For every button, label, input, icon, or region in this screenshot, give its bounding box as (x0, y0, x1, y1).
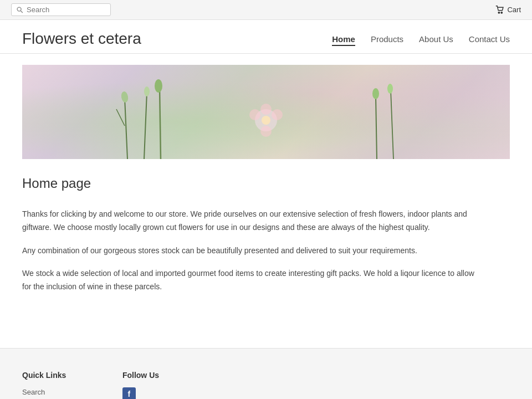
svg-line-4 (125, 98, 127, 159)
content-paragraph-3: We stock a wide selection of local and i… (22, 267, 477, 294)
svg-line-7 (144, 93, 147, 159)
search-form[interactable] (11, 3, 111, 16)
nav-links: Home Products About Us Contact Us (332, 34, 510, 44)
cart-label: Cart (507, 6, 521, 14)
nav-item-contact[interactable]: Contact Us (469, 34, 510, 44)
hero-banner (22, 65, 510, 159)
svg-point-3 (501, 12, 502, 13)
quick-links-title: Quick Links (22, 371, 67, 380)
svg-point-12 (260, 104, 272, 115)
main-content: Home page Thanks for clicking by and wel… (0, 159, 532, 326)
svg-point-6 (120, 91, 129, 103)
search-input[interactable] (27, 6, 106, 14)
svg-line-1 (21, 11, 23, 13)
svg-point-15 (260, 126, 272, 137)
top-bar: Cart (0, 0, 532, 20)
svg-point-2 (499, 12, 500, 13)
nav-item-products[interactable]: Products (371, 34, 403, 44)
svg-point-18 (372, 88, 379, 99)
footer-follow-us: Follow Us f (122, 371, 159, 399)
svg-point-10 (155, 79, 162, 93)
cart-link[interactable]: Cart (495, 6, 521, 14)
nav-bar: Flowers et cetera Home Products About Us… (0, 20, 532, 54)
content-paragraph-1: Thanks for clicking by and welcome to ou… (22, 208, 477, 234)
follow-us-title: Follow Us (122, 371, 159, 380)
footer: Quick Links Search About Us Privacy Poli… (0, 348, 532, 399)
svg-point-14 (249, 109, 260, 120)
svg-line-17 (376, 95, 377, 159)
nav-item-home[interactable]: Home (332, 34, 355, 46)
svg-point-20 (387, 84, 393, 94)
hero-decoration (22, 65, 510, 159)
nav-item-about[interactable]: About Us (419, 34, 453, 44)
svg-point-16 (262, 116, 270, 125)
svg-line-9 (160, 87, 161, 159)
content-paragraph-2: Any combination of our gorgeous stores s… (22, 244, 477, 258)
quick-links-list: Search About Us Privacy Policy (22, 387, 67, 399)
svg-point-13 (272, 109, 283, 120)
footer-link-search[interactable]: Search (22, 388, 45, 396)
svg-point-0 (17, 7, 21, 11)
site-title[interactable]: Flowers et cetera (22, 30, 141, 48)
svg-line-19 (391, 90, 393, 159)
svg-point-8 (144, 86, 150, 96)
facebook-link[interactable]: f (122, 387, 136, 399)
cart-icon (495, 6, 504, 14)
footer-quick-links: Quick Links Search About Us Privacy Poli… (22, 371, 67, 399)
svg-line-5 (116, 109, 125, 126)
footer-top: Quick Links Search About Us Privacy Poli… (22, 371, 510, 399)
page-title: Home page (22, 176, 510, 191)
search-icon (16, 6, 24, 14)
